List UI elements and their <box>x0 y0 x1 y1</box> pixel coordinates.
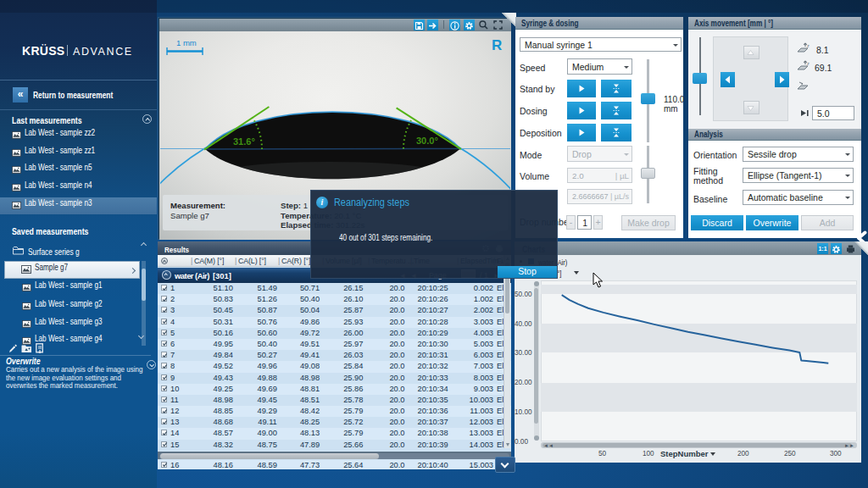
svg-text:1 mm: 1 mm <box>176 38 197 47</box>
svg-text:z: z <box>807 43 810 48</box>
svg-text:R: R <box>492 37 502 53</box>
svg-text:31.6°: 31.6° <box>233 136 255 147</box>
svg-text:30.0°: 30.0° <box>416 136 438 146</box>
svg-text:z: z <box>807 61 810 66</box>
